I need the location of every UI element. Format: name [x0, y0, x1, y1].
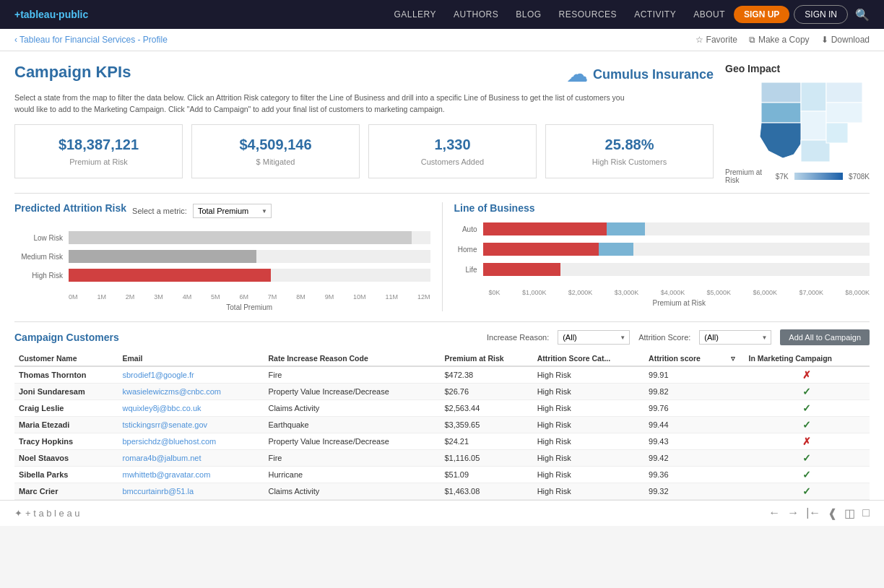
nav-about[interactable]: ABOUT	[693, 9, 725, 20]
lob-auto-bar[interactable]: Auto	[454, 222, 870, 235]
col-customer-name: Customer Name	[14, 351, 118, 366]
nav-activity[interactable]: ACTIVITY	[634, 9, 676, 20]
cell-in-campaign: ✓	[744, 483, 870, 500]
download-action[interactable]: ⬇ Download	[821, 35, 870, 45]
increase-select[interactable]: (All) Fire Earthquake	[558, 330, 630, 345]
geo-panel: Geo Impact	[725, 63, 870, 184]
cell-premium: $1,463.08	[440, 483, 532, 500]
favorite-label: Favorite	[706, 35, 737, 45]
low-risk-track	[69, 231, 430, 244]
search-icon[interactable]: 🔍	[855, 8, 870, 22]
footer-logo: ✦ + t a b l e a u	[14, 508, 80, 519]
kpi-mitigated-label: $ Mitigated	[201, 157, 350, 166]
cell-attrition-cat: High Risk	[533, 384, 644, 400]
campaign-header: Campaign Customers Increase Reason: (All…	[14, 329, 870, 345]
cell-customer-name: Maria Etezadi	[14, 417, 118, 433]
map-svg	[754, 79, 870, 165]
campaign-section: Campaign Customers Increase Reason: (All…	[14, 321, 870, 500]
kpi-high-risk: 25.88% High Risk Customers	[545, 124, 714, 178]
makecopy-action[interactable]: ⧉ Make a Copy	[749, 35, 810, 45]
table-row[interactable]: Tracy Hopkins bpersichdz@bluehost.com Pr…	[14, 433, 870, 450]
table-row[interactable]: Thomas Thornton sbrodief1@google.fr Fire…	[14, 366, 870, 384]
add-all-button[interactable]: Add All to Campaign	[780, 329, 870, 345]
cell-score: 99.91	[644, 366, 727, 384]
cell-customer-name: Craig Leslie	[14, 400, 118, 417]
signin-button[interactable]: SIGN IN	[794, 5, 848, 24]
increase-label: Increase Reason:	[487, 333, 549, 342]
metric-select[interactable]: Total Premium Customer Count	[193, 204, 272, 218]
favorite-action[interactable]: ☆ Favorite	[696, 35, 737, 45]
table-header-row: Customer Name Email Rate Increase Reason…	[14, 351, 870, 366]
breadcrumb[interactable]: ‹ Tableau for Financial Services - Profi…	[14, 35, 168, 45]
nav-gallery[interactable]: GALLERY	[394, 9, 436, 20]
nav-authors[interactable]: AUTHORS	[454, 9, 498, 20]
low-risk-bar[interactable]: Low Risk	[14, 231, 430, 244]
cell-score: 99.42	[644, 450, 727, 467]
lob-x-axis: $0K $1,000K $2,000K $3,000K $4,000K $5,0…	[454, 289, 870, 296]
cell-in-campaign: ✓	[744, 450, 870, 467]
prev-button[interactable]: ←	[768, 506, 780, 520]
cell-email: mwhittetb@gravatar.com	[118, 467, 264, 483]
check-icon: ✓	[802, 386, 811, 397]
attrition-score-label: Attrition Score:	[638, 333, 690, 342]
col-email: Email	[118, 351, 264, 366]
lob-home-stacked	[483, 243, 870, 256]
svg-rect-0	[761, 82, 801, 103]
table-row[interactable]: Joni Sundaresam kwasielewiczms@cnbc.com …	[14, 384, 870, 400]
attrition-select-wrapper[interactable]: (All) High Risk	[699, 330, 771, 345]
lob-home-bar[interactable]: Home	[454, 243, 870, 256]
high-risk-label: High Risk	[14, 272, 69, 280]
signup-button[interactable]: SIGN UP	[734, 6, 789, 23]
nav-links: GALLERY AUTHORS BLOG RESOURCES ACTIVITY …	[394, 9, 725, 20]
cell-email: bmccurtainrb@51.la	[118, 483, 264, 500]
attrition-bar-chart: Low Risk Medium Risk High Risk	[14, 228, 430, 290]
share-icon[interactable]: ❰	[828, 506, 837, 520]
cell-filter	[727, 467, 744, 483]
table-row[interactable]: Maria Etezadi tstickingsrr@senate.gov Ea…	[14, 417, 870, 433]
lob-life-bar[interactable]: Life	[454, 263, 870, 276]
medium-risk-bar[interactable]: Medium Risk	[14, 250, 430, 263]
col-filter-icon[interactable]: ▿	[727, 351, 744, 366]
cell-score: 99.44	[644, 417, 727, 433]
expand-icon[interactable]: □	[862, 506, 870, 520]
svg-rect-7	[826, 103, 862, 123]
lob-life-track	[483, 263, 870, 276]
table-row[interactable]: Marc Crier bmccurtainrb@51.la Claims Act…	[14, 483, 870, 500]
attrition-select[interactable]: (All) High Risk	[699, 330, 771, 345]
cell-premium: $3,359.65	[440, 417, 532, 433]
metric-select-wrapper[interactable]: Total Premium Customer Count	[193, 204, 272, 218]
table-row[interactable]: Craig Leslie wquixley8j@bbc.co.uk Claims…	[14, 400, 870, 417]
increase-select-wrapper[interactable]: (All) Fire Earthquake	[558, 330, 630, 345]
charts-row: Predicted Attrition Risk Select a metric…	[14, 193, 870, 311]
header-row: Campaign KPIs ☁ Cumulus Insurance	[14, 63, 714, 87]
download-label: Download	[831, 35, 870, 45]
kpi-customers: 1,330 Customers Added	[368, 124, 537, 178]
nav-blog[interactable]: BLOG	[516, 9, 541, 20]
col-attrition-score: Attrition score	[644, 351, 727, 366]
kpi-highrisk-label: High Risk Customers	[555, 157, 704, 166]
cell-email: bpersichdz@bluehost.com	[118, 433, 264, 450]
first-button[interactable]: |←	[806, 506, 820, 520]
lob-auto-stacked	[483, 222, 870, 235]
next-button[interactable]: →	[787, 506, 799, 520]
cell-email: tstickingsrr@senate.gov	[118, 417, 264, 433]
high-risk-bar[interactable]: High Risk	[14, 269, 430, 282]
nav-resources[interactable]: RESOURCES	[559, 9, 618, 20]
table-row[interactable]: Sibella Parks mwhittetb@gravatar.com Hur…	[14, 467, 870, 483]
kpi-mitigated-value: $4,509,146	[201, 137, 350, 153]
table-row[interactable]: Noel Staavos romara4b@jalbum.net Fire $1…	[14, 450, 870, 467]
cell-in-campaign: ✗	[744, 366, 870, 384]
cell-filter	[727, 366, 744, 384]
attrition-chart-header: Predicted Attrition Risk Select a metric…	[14, 202, 430, 220]
comment-icon[interactable]: ◫	[844, 506, 855, 520]
logo-text: +tableau·public	[14, 9, 88, 20]
geo-map[interactable]	[754, 79, 870, 165]
cross-icon: ✗	[802, 436, 811, 447]
lob-auto-label: Auto	[454, 225, 483, 233]
lob-auto-track	[483, 222, 870, 235]
cell-score: 99.36	[644, 467, 727, 483]
cell-premium: $472.38	[440, 366, 532, 384]
campaign-table: Customer Name Email Rate Increase Reason…	[14, 351, 870, 500]
campaign-filters: Increase Reason: (All) Fire Earthquake A…	[487, 329, 870, 345]
cell-reason: Claims Activity	[264, 400, 440, 417]
